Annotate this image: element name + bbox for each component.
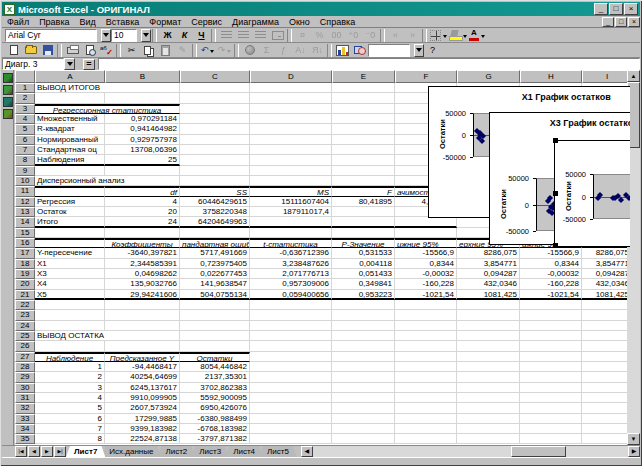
cell-H23[interactable] [520,310,582,320]
row-header-33[interactable]: 33 [15,414,35,424]
cell-I22[interactable] [582,300,630,310]
cell-G29[interactable] [457,372,520,382]
row-header-1[interactable]: 1 [15,83,35,93]
cell-A9[interactable] [35,166,105,176]
menu-item-1[interactable]: Файл [2,17,34,27]
undo-button[interactable]: ↶ [199,43,216,57]
cell-E22[interactable] [332,300,395,310]
print-preview-button[interactable] [81,43,98,57]
cell-G30[interactable] [457,383,520,393]
font-size-dropdown-icon[interactable] [141,29,151,42]
cell-E16[interactable]: P-Значение [332,238,395,248]
cell-I35[interactable] [582,434,630,444]
cell-D12[interactable]: 15111607404 [250,197,332,207]
cell-D28[interactable] [250,362,332,372]
cell-C5[interactable] [180,124,250,134]
cell-A33[interactable]: 6 [35,414,105,424]
edit-formula-button[interactable]: = [83,59,95,70]
cell-A15[interactable] [35,228,105,238]
cell-D7[interactable] [250,145,332,155]
prev-sheet-button[interactable]: ◀ [28,446,40,457]
cell-A32[interactable]: 5 [35,403,105,413]
cell-H30[interactable] [520,383,582,393]
cell-F34[interactable] [395,424,457,434]
cell-F29[interactable] [395,372,457,382]
cell-G20[interactable]: 432,0346 [457,279,520,289]
cell-B33[interactable]: 17299,9885 [105,414,180,424]
cell-D35[interactable] [250,434,332,444]
cell-G23[interactable] [457,310,520,320]
cell-G34[interactable] [457,424,520,434]
cell-D34[interactable] [250,424,332,434]
cell-D26[interactable] [250,341,332,351]
row-header-2[interactable]: 2 [15,93,35,103]
dock-icon-3[interactable] [3,97,13,107]
cell-E9[interactable] [332,166,395,176]
cell-D20[interactable]: 0,957309006 [250,279,332,289]
cell-A8[interactable]: Наблюдения [35,155,105,165]
cell-I21[interactable]: 1081,425 [582,290,630,300]
cell-A24[interactable] [35,321,105,331]
new-button[interactable] [5,43,22,57]
font-name-dropdown-icon[interactable] [101,29,111,42]
cell-A7[interactable]: Стандартная оц [35,145,105,155]
cell-C25[interactable] [180,331,250,341]
cell-D21[interactable]: 0,059400656 [250,290,332,300]
cell-I31[interactable] [582,393,630,403]
cell-E11[interactable]: F [332,186,395,196]
cell-B9[interactable] [105,166,180,176]
row-header-22[interactable]: 22 [15,300,35,310]
row-header-16[interactable]: 16 [15,238,35,248]
cell-B16[interactable]: Коэффициенты [105,238,180,248]
cell-E20[interactable]: 0,349841 [332,279,395,289]
cell-D8[interactable] [250,155,332,165]
workbook-close-button[interactable]: × [628,17,640,27]
cell-B30[interactable]: 6245,137617 [105,383,180,393]
window-close-button[interactable]: × [624,3,638,15]
cell-D27[interactable] [250,352,332,362]
cell-D25[interactable] [250,331,332,341]
name-box-dropdown-icon[interactable] [64,58,75,70]
cell-D17[interactable]: -0,636712396 [250,248,332,258]
cell-D4[interactable] [250,114,332,124]
selection-handle[interactable] [553,243,558,248]
cell-E26[interactable] [332,341,395,351]
cell-D32[interactable] [250,403,332,413]
cell-A11[interactable] [35,186,105,196]
column-header-D[interactable]: D [250,70,332,83]
column-header-G[interactable]: G [457,70,520,83]
cell-C27[interactable]: Остатки [180,352,250,362]
cell-I17[interactable]: 8286,075 [582,248,630,258]
row-header-9[interactable]: 9 [15,166,35,176]
cell-B32[interactable]: 2607,573924 [105,403,180,413]
cell-B7[interactable]: 13708,06396 [105,145,180,155]
cell-H19[interactable]: -0,00032 [520,269,582,279]
cell-C31[interactable]: 5592,900095 [180,393,250,403]
cell-E12[interactable]: 80,41895 [332,197,395,207]
horizontal-scroll-thumb[interactable] [511,446,566,457]
last-sheet-button[interactable]: ▶| [54,446,66,457]
cell-B26[interactable] [105,341,180,351]
cell-B27[interactable]: Предсказанное Y [105,352,180,362]
cell-F20[interactable]: -160,228 [395,279,457,289]
cell-I23[interactable] [582,310,630,320]
menu-item-6[interactable]: Сервис [186,17,227,27]
cell-I25[interactable] [582,331,630,341]
selection-handle[interactable] [553,138,558,143]
print-button[interactable] [64,43,81,57]
cell-A17[interactable]: Y-пересечение [35,248,105,258]
cell-D6[interactable] [250,135,332,145]
cell-A16[interactable] [35,238,105,248]
cell-F19[interactable]: -0,00032 [395,269,457,279]
column-header-E[interactable]: E [332,70,395,83]
cell-C13[interactable]: 3758220348 [180,207,250,217]
cell-C20[interactable]: 141,9638547 [180,279,250,289]
workbook-maximize-button[interactable]: □ [615,17,627,27]
menu-item-2[interactable]: Правка [34,17,74,27]
cell-D1[interactable] [250,83,332,93]
cell-A30[interactable]: 3 [35,383,105,393]
cell-D33[interactable] [250,414,332,424]
cell-F16[interactable]: ижние 95% [395,238,457,248]
cell-I27[interactable] [582,352,630,362]
cell-A31[interactable]: 4 [35,393,105,403]
